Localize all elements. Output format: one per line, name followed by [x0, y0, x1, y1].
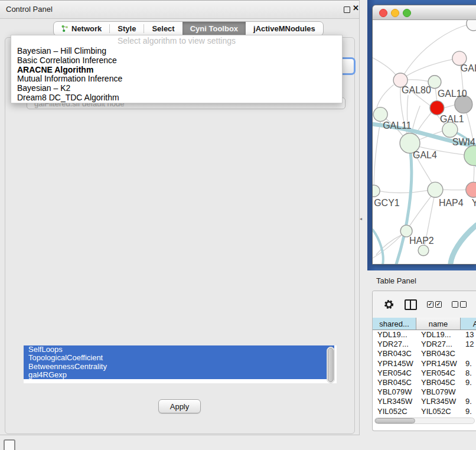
apply-button[interactable]: Apply: [158, 399, 201, 413]
checked-columns-icon[interactable]: ✓✓: [427, 301, 442, 308]
column-header-name[interactable]: name: [416, 318, 461, 330]
node-label-gcy1: GCY1: [374, 198, 400, 208]
table-row[interactable]: YDL19...YDL19...13: [373, 330, 476, 340]
table-cell: YPR145W: [373, 359, 416, 369]
table-cell: 9.: [461, 378, 476, 387]
table-cell: 9.: [461, 407, 476, 416]
table-row[interactable]: YER054CYER054C8.: [373, 369, 476, 378]
attribute-item-gal4rgexp[interactable]: gal4RGexp: [24, 371, 334, 379]
splitter-grip-icon[interactable]: ◂: [360, 216, 362, 221]
node-label-gal4: GAL4: [413, 150, 437, 160]
algorithm-option-basic-correlation-inference[interactable]: Basic Correlation Inference: [11, 56, 342, 66]
table-row[interactable]: YDR27...YDR27...12: [373, 340, 476, 349]
minimize-traffic-light-icon[interactable]: [391, 9, 399, 17]
table-cell: 12: [461, 340, 476, 349]
algorithm-option-mutual-information-inference[interactable]: Mutual Information Inference: [11, 74, 342, 84]
algorithm-dropdown-popup: Select algorithm to view settings Bayesi…: [11, 35, 343, 103]
table-row[interactable]: YLR345WYLR345W9.: [373, 397, 476, 406]
table-cell: YER054C: [373, 369, 416, 378]
graph-edge[interactable]: [373, 58, 397, 77]
table-row[interactable]: YBR045CYBR045C9.: [373, 378, 476, 387]
table-cell: YBL079W: [373, 387, 416, 397]
table-cell: YLR345W: [373, 397, 416, 406]
screen: Control Panel ✕ galFiltered.sif default …: [0, 0, 476, 450]
graph-edge[interactable]: [474, 165, 474, 182]
table-cell: YER054C: [416, 369, 461, 378]
table-row[interactable]: YBR043CYBR043C: [373, 349, 476, 358]
table-hscrollbar-thumb[interactable]: [375, 418, 415, 423]
graph-edge[interactable]: [409, 196, 431, 226]
graph-edge[interactable]: [379, 190, 428, 193]
table-cell: 13: [461, 330, 476, 340]
graph-node[interactable]: [442, 122, 458, 138]
minimized-panel-icon[interactable]: [4, 439, 15, 450]
table-cell: [461, 349, 476, 358]
graph-edge-highlighted[interactable]: [373, 230, 383, 264]
tab-jactivemnodules[interactable]: jActiveMNodules: [246, 22, 323, 35]
dropdown-placeholder: Select algorithm to view settings: [11, 35, 342, 47]
algorithm-option-bayesian-hill-climbing[interactable]: Bayesian – Hill Climbing: [11, 47, 342, 56]
node-label-hap2: HAP2: [409, 236, 434, 246]
attribute-item-topologicalcoefficient[interactable]: TopologicalCoefficient: [24, 354, 334, 362]
graph-node[interactable]: [418, 245, 429, 256]
graph-node[interactable]: [467, 20, 476, 31]
algorithm-option-dream8-dc-tdc-algorithm[interactable]: Dream8 DC_TDC Algorithm: [11, 93, 342, 103]
float-window-icon[interactable]: [344, 6, 350, 13]
table-row[interactable]: YPR145WYPR145W9.: [373, 359, 476, 369]
control-panel: Control Panel ✕ galFiltered.sif default …: [0, 0, 360, 435]
table-cell: YDR27...: [373, 340, 416, 349]
table-cell: YDR27...: [416, 340, 461, 349]
close-traffic-light-icon[interactable]: [379, 9, 387, 17]
table-cell: YBR045C: [373, 378, 416, 387]
table-cell: YIL052C: [373, 407, 416, 416]
column-header-a[interactable]: A: [461, 318, 476, 330]
attribute-item-betweennesscentrality[interactable]: BetweennessCentrality: [24, 363, 334, 371]
graph-node[interactable]: [373, 185, 380, 197]
graph-edge[interactable]: [444, 105, 455, 108]
gear-icon[interactable]: [383, 299, 395, 310]
table-toolbar: ✓✓: [373, 291, 476, 318]
table-panel-area: Table Panel ✓✓ shared...nameA YDL1: [367, 270, 476, 450]
table-cell: YIL052C: [416, 407, 461, 416]
network-canvas[interactable]: GALGAL80GAL10GAL1GAL11SWI4GAL4GCY1HAP4YH…: [373, 20, 476, 264]
node-label-y: Y: [472, 198, 476, 208]
zoom-traffic-light-icon[interactable]: [403, 9, 411, 17]
node-label-gal10: GAL10: [438, 89, 467, 99]
split-panes-icon[interactable]: [405, 299, 417, 310]
table-cell: YDL19...: [416, 330, 461, 340]
graph-node[interactable]: [464, 145, 476, 165]
network-window-titlebar[interactable]: [373, 5, 476, 20]
tab-network[interactable]: Network: [54, 22, 109, 35]
tab-cyni-toolbox[interactable]: Cyni Toolbox: [182, 22, 246, 35]
attributes-scrollbar[interactable]: [327, 347, 335, 383]
table-panel: ✓✓ shared...nameA YDL19...YDL19...13YDR2…: [372, 291, 476, 431]
unchecked-columns-icon[interactable]: [452, 301, 467, 308]
tab-select[interactable]: Select: [144, 22, 182, 35]
graph-edge[interactable]: [374, 122, 380, 185]
network-graph: GALGAL80GAL10GAL1GAL11SWI4GAL4GCY1HAP4YH…: [373, 20, 476, 264]
control-panel-titlebar: Control Panel ✕: [0, 1, 359, 19]
graph-edge[interactable]: [377, 85, 393, 107]
table-cell: YDL19...: [373, 330, 416, 340]
graph-edge-highlighted[interactable]: [451, 225, 476, 264]
node-label-gal80: GAL80: [402, 85, 431, 95]
algorithm-option-bayesian-k2[interactable]: Bayesian – K2: [11, 84, 342, 93]
table-row[interactable]: YBL079WYBL079W: [373, 387, 476, 397]
tab-style[interactable]: Style: [110, 22, 144, 35]
attribute-item-selfloops[interactable]: SelfLoops: [24, 345, 334, 354]
graph-node[interactable]: [428, 182, 443, 197]
table-cell: 9.: [461, 359, 476, 369]
column-header-shared[interactable]: shared...: [373, 318, 416, 330]
graph-node[interactable]: [430, 101, 444, 115]
close-icon[interactable]: ✕: [353, 4, 359, 12]
graph-edge[interactable]: [400, 58, 459, 80]
table-cell: YBL079W: [416, 387, 461, 397]
control-panel-tabs: NetworkStyleSelectCyni ToolboxjActiveMNo…: [53, 21, 324, 36]
graph-node[interactable]: [373, 107, 387, 122]
node-label-gal: GAL: [461, 63, 476, 73]
table-row[interactable]: YIL052CYIL052C9.: [373, 407, 476, 416]
graph-node[interactable]: [466, 182, 476, 197]
table-cell: YBR043C: [416, 349, 461, 358]
network-view-window: GALGAL80GAL10GAL1GAL11SWI4GAL4GCY1HAP4YH…: [372, 5, 476, 265]
algorithm-option-aracne-algorithm[interactable]: ARACNE Algorithm: [11, 66, 342, 75]
